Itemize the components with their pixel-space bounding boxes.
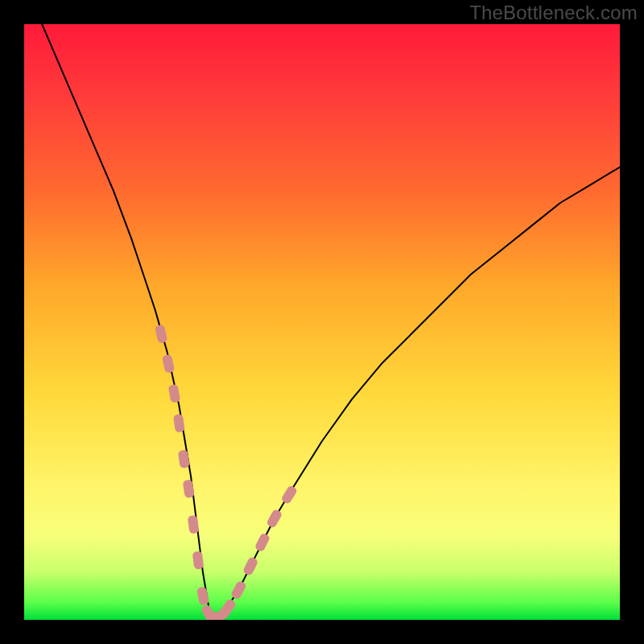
optimum-marker [219, 598, 237, 618]
optimum-marker [211, 607, 231, 620]
optimum-marker [254, 532, 271, 552]
optimum-marker [280, 485, 298, 505]
optimum-marker [178, 449, 190, 469]
chart-overlay [24, 24, 620, 620]
optimum-marker [162, 354, 175, 374]
optimum-marker [196, 586, 209, 605]
optimum-marker [230, 580, 247, 600]
optimum-marker [155, 324, 168, 344]
optimum-marker [242, 556, 259, 576]
chart-canvas: TheBottleneck.com [0, 0, 644, 644]
optimum-markers-group [155, 324, 298, 620]
optimum-marker [183, 479, 195, 498]
optimum-marker [173, 414, 185, 433]
plot-area [24, 24, 620, 620]
optimum-marker [192, 551, 204, 569]
optimum-marker [205, 611, 225, 620]
optimum-marker [266, 509, 283, 529]
watermark-label: TheBottleneck.com [469, 2, 638, 24]
optimum-marker [200, 604, 217, 620]
optimum-marker [188, 515, 200, 534]
curve-bottleneck-curve [42, 24, 620, 620]
optimum-marker [168, 384, 181, 403]
